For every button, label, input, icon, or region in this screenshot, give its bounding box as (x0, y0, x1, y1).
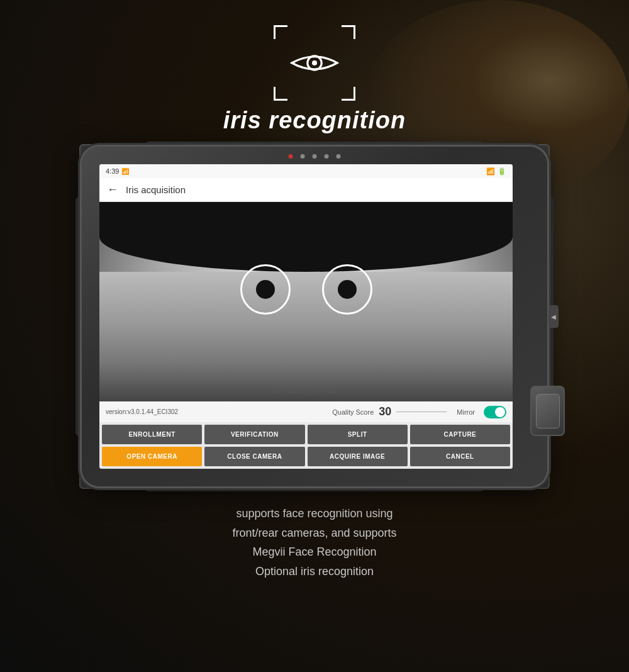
wifi-icon: 📶 (486, 167, 495, 176)
capture-button[interactable]: CAPTURE (410, 425, 510, 444)
fingerprint-sensor[interactable] (530, 386, 565, 436)
led-4 (337, 154, 341, 159)
corner-br (342, 87, 355, 101)
nav-arrow-button[interactable]: ◀ (548, 305, 559, 328)
page-content: iris recognition ◀ (0, 0, 629, 672)
status-bar: 4:39 📶 📶 🔋 (99, 164, 513, 178)
status-time: 4:39 (106, 167, 119, 175)
led-1 (301, 154, 305, 159)
toggle-knob (495, 407, 505, 417)
hair-area (99, 202, 513, 272)
open-camera-button[interactable]: OPEN CAMERA (102, 447, 202, 466)
below-camera: version:v3.0.1.44_ECI302 Quality Score 3… (99, 401, 513, 422)
cancel-button[interactable]: CANCEL (410, 447, 510, 466)
close-camera-button[interactable]: CLOSE CAMERA (204, 447, 304, 466)
back-button[interactable]: ← (107, 183, 118, 196)
description-section: supports face recognition using front/re… (194, 504, 434, 581)
status-sim-icon: 📶 (121, 168, 129, 175)
right-iris-circle (322, 264, 372, 315)
right-pupil (338, 280, 357, 299)
tablet-body: ◀ 4:39 📶 📶 🔋 (82, 147, 547, 486)
iris-icon-container (274, 25, 355, 101)
description-line2: front/rear cameras, and supports (232, 524, 396, 543)
status-right: 📶 🔋 (486, 167, 506, 176)
quality-line (396, 412, 447, 412)
mirror-toggle[interactable] (484, 406, 506, 418)
status-left: 4:39 📶 (106, 167, 129, 175)
quality-section: Quality Score 30 Mirror (332, 405, 506, 418)
corner-tl (274, 25, 287, 39)
description-line3: Megvii Face Recognition (232, 542, 396, 562)
battery-icon: 🔋 (498, 167, 506, 176)
split-button[interactable]: SPLIT (308, 425, 408, 444)
corner-tr (342, 25, 355, 39)
led-2 (313, 154, 317, 159)
quality-label: Quality Score (332, 408, 374, 416)
mirror-label: Mirror (457, 408, 475, 416)
tablet-screen: 4:39 📶 📶 🔋 ← Iris acquisition (99, 164, 513, 469)
led-red (289, 154, 293, 159)
left-iris-circle (240, 264, 291, 315)
activation-text: Activation successful (274, 388, 338, 395)
description-line1: supports face recognition using (232, 504, 396, 524)
quality-value: 30 (379, 405, 391, 418)
hero-section: iris recognition (223, 25, 406, 134)
led-3 (325, 154, 329, 159)
acquire-image-button[interactable]: ACQUIRE IMAGE (308, 447, 408, 466)
description-line4: Optional iris recognition (232, 562, 396, 581)
page-title: iris recognition (223, 107, 406, 134)
verification-button[interactable]: VERIFICATION (204, 425, 304, 444)
action-button-grid: ENROLLMENT VERIFICATION SPLIT CAPTURE OP… (99, 422, 513, 469)
left-pupil (256, 280, 275, 299)
tablet: ◀ 4:39 📶 📶 🔋 (82, 147, 547, 486)
iris-detection-circles (240, 264, 372, 315)
app-bar: ← Iris acquisition (99, 178, 513, 202)
camera-view: Activation successful (99, 202, 513, 401)
corner-bl (274, 87, 287, 101)
app-bar-title: Iris acquisition (126, 184, 186, 195)
fingerprint-sensor-inner (536, 394, 560, 428)
scan-corners (274, 25, 355, 101)
enrollment-button[interactable]: ENROLLMENT (102, 425, 202, 444)
version-text: version:v3.0.1.44_ECI302 (106, 408, 178, 415)
led-row (289, 154, 341, 159)
